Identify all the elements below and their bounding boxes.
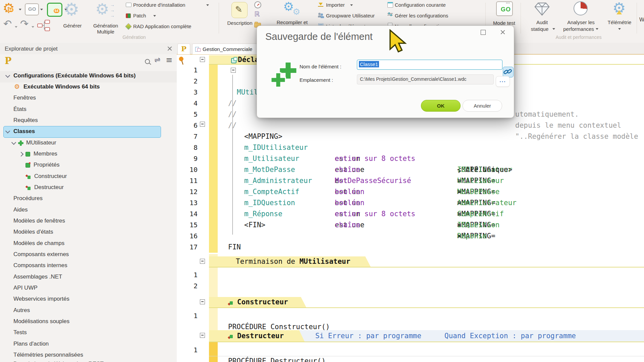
fold-icon[interactable] bbox=[200, 57, 205, 62]
sidebar-item-fenetres[interactable]: Fenêtres bbox=[0, 93, 177, 103]
go-window-icon[interactable]: GO bbox=[25, 3, 39, 15]
separator bbox=[219, 3, 219, 34]
telemetrie-button[interactable]: ⚙ Télémétrie bbox=[603, 1, 636, 38]
speedometer-icon[interactable] bbox=[254, 1, 261, 8]
sidebar-item-modeles-etats[interactable]: Modèles d'états bbox=[0, 227, 177, 237]
name-input[interactable]: Classe1 bbox=[357, 60, 502, 70]
constructeur-banner[interactable]: ◆ Constructeur bbox=[209, 297, 306, 307]
undo-dropdown-caret[interactable] bbox=[15, 26, 17, 28]
separator bbox=[637, 3, 637, 34]
quand-exception-indicator[interactable]: Quand Exception : par programme bbox=[444, 332, 576, 340]
sidebar-item-telemetries-personnalisees[interactable]: Télémétries personnalisées bbox=[0, 350, 177, 360]
badge-64: 64 bbox=[7, 7, 14, 12]
sidebar-item-modeles-fenetres[interactable]: Modèles de fenêtres bbox=[0, 216, 177, 226]
performance-pie-icon bbox=[574, 1, 588, 15]
fold-icon[interactable] bbox=[231, 68, 236, 73]
destructeur-banner[interactable]: ◆ Destructeur bbox=[209, 330, 305, 342]
generer-button[interactable]: ⚙ Générer bbox=[57, 1, 88, 38]
sync-arrows-icon[interactable]: ⇌ bbox=[154, 56, 160, 64]
procedure-installation-item[interactable]: Procédure d'installation bbox=[133, 2, 185, 8]
sidebar-item-classes[interactable]: Classes bbox=[0, 127, 177, 137]
sidebar-item-constructeur[interactable]: ◆Constructeur bbox=[0, 172, 177, 182]
terminaison-banner[interactable]: Terminaison de MUtilisateur bbox=[209, 256, 371, 267]
si-erreur-indicator[interactable]: Si Erreur : par programme bbox=[315, 332, 421, 340]
fold-icon[interactable] bbox=[200, 299, 205, 304]
importer-item[interactable]: Importer bbox=[326, 2, 345, 8]
generation-multiple-label2: Multiple bbox=[88, 29, 123, 35]
sidebar-item-composants-externes[interactable]: Composants externes bbox=[0, 250, 177, 260]
sidebar-item-composants-internes[interactable]: Composants internes bbox=[0, 261, 177, 271]
project-explorer-panel: Explorateur de projet P ⇌ ≡ Configuratio… bbox=[0, 43, 177, 362]
sidebar-item-descriptions-webservices-rest[interactable]: Descriptions de Webservices REST bbox=[0, 359, 177, 362]
audit-statique-button[interactable]: Audit statique bbox=[525, 1, 559, 38]
dialog-title: Sauvegarde de l'élément bbox=[265, 31, 373, 42]
sidebar-item-procedures[interactable]: Procédures bbox=[0, 194, 177, 204]
windev-ide-window: ⚙64 GO 64 ↶ ↷ ⚙ Générer ⚙ →→→ Génération… bbox=[0, 0, 644, 362]
patch-item[interactable]: Patch bbox=[133, 13, 146, 18]
sidebar-item-requetes[interactable]: Requêtes bbox=[0, 116, 177, 126]
sidebar-item-modelisations-souples[interactable]: Modélisations souples bbox=[0, 317, 177, 327]
pin-icon[interactable] bbox=[178, 56, 185, 66]
fold-icon[interactable] bbox=[200, 333, 205, 338]
location-input[interactable]: C:\Mes Projets\Gestion_Commerciale\Class… bbox=[357, 74, 494, 84]
line-number: 9 bbox=[177, 154, 198, 163]
sidebar-item-aides[interactable]: Aides bbox=[0, 205, 177, 215]
sidebar-item-api-uwp[interactable]: API UWP bbox=[0, 283, 177, 293]
menu-icon[interactable]: ≡ bbox=[166, 56, 172, 64]
sidebar-item-autres[interactable]: Autres bbox=[0, 306, 177, 316]
sidebar-item-etats[interactable]: États bbox=[0, 105, 177, 115]
build-dropdown-caret[interactable] bbox=[19, 9, 21, 10]
analyser-performances-button[interactable]: Analyser les performances bbox=[561, 1, 601, 38]
r-symbol-icon[interactable]: ℝ bbox=[254, 11, 260, 18]
sidebar-item-configurations[interactable]: Configurations (Exécutable Windows 64 bi… bbox=[0, 71, 177, 81]
sidebar-item-membres[interactable]: Membres bbox=[0, 149, 177, 159]
config-courante-item[interactable]: Configuration courante bbox=[395, 2, 446, 8]
name-input-value: Classe1 bbox=[359, 61, 379, 67]
cancel-button[interactable]: Annuler bbox=[463, 100, 502, 112]
search-icon[interactable] bbox=[145, 59, 150, 64]
groupware-item[interactable]: Groupware Utilisateur bbox=[326, 13, 375, 18]
line-number: 14 bbox=[177, 209, 198, 218]
rad-item[interactable]: RAD Application complète bbox=[133, 23, 191, 29]
fold-icon[interactable] bbox=[200, 122, 205, 127]
code-line-16: FIN bbox=[217, 231, 644, 242]
fold-icon[interactable] bbox=[200, 259, 205, 264]
go-dropdown-caret[interactable] bbox=[40, 9, 43, 10]
sidebar-item-modeles-champs[interactable]: Modèles de champs bbox=[0, 239, 177, 249]
browse-button[interactable]: ... bbox=[496, 76, 510, 87]
importer-caret[interactable] bbox=[350, 4, 353, 6]
redo-icon[interactable]: ↷ bbox=[20, 19, 29, 29]
patch-caret[interactable] bbox=[153, 15, 156, 17]
section-strip bbox=[209, 65, 218, 253]
maximize-icon[interactable] bbox=[481, 30, 486, 35]
sidebar-item-webservices-importes[interactable]: Webservices importés bbox=[0, 294, 177, 304]
tab-gestion-commerciale[interactable]: Gestion_Commerciale bbox=[192, 44, 265, 54]
ok-button-label: OK bbox=[437, 103, 445, 109]
description-button[interactable]: ✎ Description bbox=[221, 1, 258, 38]
project-explorer-header: Explorateur de projet bbox=[0, 43, 177, 54]
clipped-ribbon-item: W bbox=[639, 17, 644, 23]
line-number: 1 bbox=[177, 346, 198, 354]
undo-icon[interactable]: ↶ bbox=[3, 19, 12, 29]
sidebar-item-mutilisateur[interactable]: MUtilisateur bbox=[0, 138, 177, 148]
build-64-icon[interactable]: ⚙64 bbox=[3, 1, 15, 15]
sidebar-item-destructeur[interactable]: ◆Destructeur bbox=[0, 183, 177, 193]
generation-multiple-button[interactable]: ⚙ →→→ Génération Multiple bbox=[88, 1, 123, 38]
project-diagram-icon[interactable] bbox=[37, 19, 51, 32]
close-icon[interactable] bbox=[500, 29, 505, 35]
sidebar-item-assemblages-net[interactable]: Assemblages .NET bbox=[0, 272, 177, 282]
tab-project[interactable]: P bbox=[177, 44, 190, 54]
sidebar-item-tests[interactable]: Tests bbox=[0, 328, 177, 338]
sidebar-item-executable-windows[interactable]: ⚙Exécutable Windows 64 bits bbox=[0, 82, 177, 92]
sidebar-item-plans-action[interactable]: Plans d'action bbox=[0, 339, 177, 349]
gerer-configs-item[interactable]: Gérer les configurations bbox=[395, 13, 448, 18]
sidebar-item-proprietes[interactable]: Propriétés bbox=[0, 160, 177, 170]
close-panel-icon[interactable] bbox=[167, 46, 172, 51]
ok-button[interactable]: OK bbox=[421, 100, 461, 112]
add-element-icon bbox=[270, 60, 297, 90]
redo-dropdown-caret[interactable] bbox=[32, 26, 34, 28]
line-number: 2 bbox=[177, 77, 198, 85]
audit-label1: Audit bbox=[525, 19, 559, 25]
procedure-caret[interactable] bbox=[206, 4, 209, 6]
line-number: 16 bbox=[177, 232, 198, 240]
